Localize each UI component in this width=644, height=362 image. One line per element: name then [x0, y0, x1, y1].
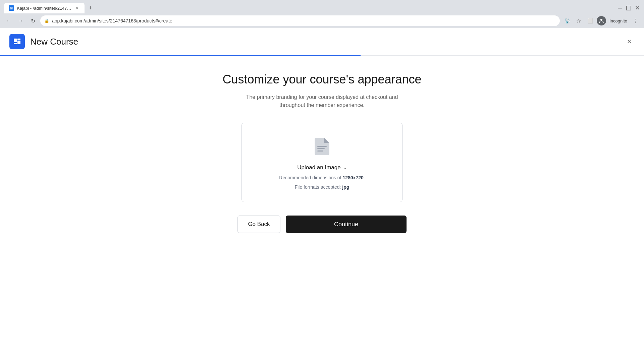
- extension-button[interactable]: ⬜: [585, 16, 595, 25]
- back-button[interactable]: ←: [4, 16, 13, 25]
- new-tab-button[interactable]: +: [86, 3, 95, 13]
- content-heading: Customize your course's appearance: [222, 72, 421, 86]
- bookmark-button[interactable]: ☆: [574, 16, 583, 25]
- address-bar[interactable]: 🔒 app.kajabi.com/admin/sites/2147647163/…: [40, 15, 560, 26]
- continue-button[interactable]: Continue: [286, 216, 407, 233]
- tab-title: Kajabi - /admin/sites/214764716...: [17, 6, 72, 11]
- svg-rect-3: [17, 39, 20, 40]
- svg-rect-4: [17, 41, 20, 44]
- kajabi-logo-icon: [9, 34, 25, 49]
- window-restore-button[interactable]: [626, 6, 631, 10]
- button-row: Go Back Continue: [237, 216, 407, 233]
- upload-area[interactable]: Upload an Image ⌄ Recommended dimensions…: [241, 123, 402, 202]
- page-title: New Course: [30, 37, 78, 47]
- profile-button[interactable]: [597, 16, 606, 25]
- page-content: New Course × Customize your course's app…: [0, 28, 644, 362]
- document-icon: [313, 136, 331, 159]
- main-content: Customize your course's appearance The p…: [0, 56, 644, 233]
- url-text: app.kajabi.com/admin/sites/2147647163/pr…: [52, 18, 556, 23]
- svg-rect-6: [317, 148, 325, 149]
- browser-chrome: Kajabi - /admin/sites/214764716... × + ─…: [0, 0, 644, 28]
- window-close-button[interactable]: ✕: [635, 4, 640, 12]
- upload-label[interactable]: Upload an Image ⌄: [297, 164, 346, 171]
- browser-toolbar: ← → ↻ 🔒 app.kajabi.com/admin/sites/21476…: [0, 13, 644, 28]
- chevron-down-icon: ⌄: [343, 165, 347, 170]
- lock-icon: 🔒: [44, 18, 49, 23]
- upload-formats-hint: File formats accepted: jpg: [295, 184, 350, 190]
- forward-button[interactable]: →: [16, 16, 25, 25]
- go-back-button[interactable]: Go Back: [237, 216, 280, 233]
- svg-rect-5: [317, 146, 327, 147]
- cast-button[interactable]: 📡: [562, 16, 572, 25]
- svg-rect-1: [14, 39, 17, 42]
- app-logo: New Course: [9, 34, 78, 49]
- tab-favicon-icon: [9, 5, 14, 11]
- browser-titlebar: Kajabi - /admin/sites/214764716... × + ─…: [0, 0, 644, 13]
- menu-button[interactable]: ⋮: [631, 16, 640, 25]
- app-header: New Course ×: [0, 28, 644, 55]
- reload-button[interactable]: ↻: [28, 16, 38, 25]
- content-subtitle: The primary branding for your course dis…: [246, 93, 398, 109]
- svg-point-0: [600, 19, 602, 21]
- upload-dimensions-hint: Recommended dimensions of 1280x720.: [279, 175, 365, 180]
- tab-close-button[interactable]: ×: [74, 5, 80, 11]
- incognito-label: Incognito: [609, 18, 627, 23]
- browser-tab[interactable]: Kajabi - /admin/sites/214764716... ×: [4, 3, 85, 13]
- close-dialog-button[interactable]: ×: [624, 36, 635, 47]
- window-minimize-button[interactable]: ─: [618, 5, 622, 12]
- svg-rect-2: [14, 43, 17, 44]
- svg-rect-7: [317, 150, 323, 152]
- toolbar-actions: 📡 ☆ ⬜ Incognito ⋮: [562, 16, 640, 25]
